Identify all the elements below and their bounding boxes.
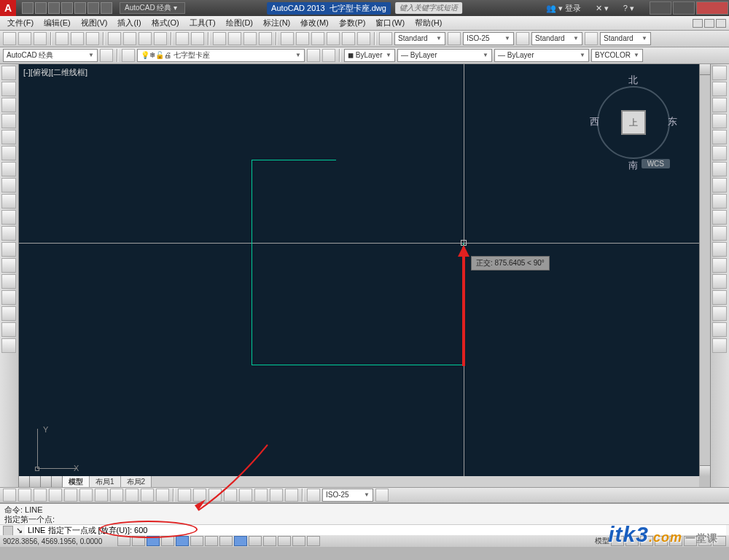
undo-icon[interactable] [176,32,189,45]
properties-icon[interactable] [281,32,294,45]
help-search-input[interactable]: 键入关键字或短语 [395,2,462,14]
color-combo[interactable]: ◼ ByLayer▼ [344,49,395,62]
linetype-combo[interactable]: — ByLayer▼ [494,49,589,62]
drawing-canvas[interactable]: [-][俯视][二维线框] 正交: 875.6405 < 90° 上 北 南 东… [19,64,710,487]
insert-block-icon[interactable] [1,226,16,241]
toolpalettes-icon[interactable] [311,32,324,45]
zoom-window-icon[interactable] [243,32,257,45]
copy-icon[interactable] [123,32,136,45]
table-tool-icon[interactable] [1,322,16,337]
ellipse-tool-icon[interactable] [1,194,16,209]
mdi-minimize-button[interactable] [693,19,703,28]
mtext-tool-icon[interactable] [1,338,16,353]
quickcalc-icon[interactable] [357,32,370,45]
break-tool-icon[interactable] [712,258,727,273]
viewport-label[interactable]: [-][俯视][二维线框] [23,67,87,78]
dim-continue-icon[interactable] [156,489,169,502]
publish-icon[interactable] [86,32,99,45]
qat-undo-icon[interactable] [87,2,99,14]
zoom-icon[interactable] [228,32,241,45]
zoom-previous-icon[interactable] [259,32,272,45]
workspace-select[interactable]: AutoCAD 经典 ▾ [120,2,185,14]
inspection-icon[interactable] [239,489,252,502]
qat-saveas-icon[interactable] [61,2,73,14]
ducs-toggle[interactable] [219,536,233,546]
cut-icon[interactable] [108,32,121,45]
dim-linear-icon[interactable] [3,489,16,502]
dim-quick-icon[interactable] [125,489,139,502]
qat-plot-icon[interactable] [74,2,86,14]
mirror-tool-icon[interactable] [712,98,727,112]
viewcube-north[interactable]: 北 [628,74,638,87]
dim-ordinate-icon[interactable] [49,489,62,502]
am-toggle[interactable] [307,536,320,546]
gradient-tool-icon[interactable] [1,290,16,305]
tab-next-icon[interactable] [41,476,52,487]
osnap-toggle[interactable] [176,536,189,546]
mdi-close-button[interactable] [716,19,726,28]
pan-icon[interactable] [213,32,226,45]
menu-draw[interactable]: 绘图(D) [222,16,257,30]
trim-tool-icon[interactable] [712,210,727,225]
menu-parametric[interactable]: 参数(P) [335,16,370,30]
plotstyle-combo[interactable]: BYCOLOR▼ [591,49,643,62]
tab-layout1[interactable]: 布局1 [90,476,121,487]
save-icon[interactable] [34,32,47,45]
dimstyle-icon[interactable] [448,32,461,45]
textstyle-combo[interactable]: Standard▼ [394,32,445,45]
menu-help[interactable]: 帮助(H) [410,16,446,30]
rectangle-tool-icon[interactable] [1,114,16,128]
qat-open-icon[interactable] [35,2,47,14]
menu-tools[interactable]: 工具(T) [185,16,220,30]
tab-first-icon[interactable] [19,476,30,487]
stretch-tool-icon[interactable] [712,194,727,209]
3dosnap-toggle[interactable] [190,536,203,546]
designcenter-icon[interactable] [296,32,309,45]
tab-model[interactable]: 模型 [63,476,90,487]
layer-manager-icon[interactable] [122,49,135,62]
viewcube-west[interactable]: 西 [590,115,599,128]
menu-view[interactable]: 视图(V) [77,16,112,30]
qp-toggle[interactable] [278,536,291,546]
extend-tool-icon[interactable] [712,226,727,241]
dim-arc-icon[interactable] [34,489,47,502]
join-tool-icon[interactable] [712,274,727,289]
app-logo-icon[interactable]: A [0,0,16,16]
menu-file[interactable]: 文件(F) [3,16,38,30]
tablestyle-combo[interactable]: Standard▼ [531,32,582,45]
dim-style-manager-icon[interactable] [375,489,389,502]
layer-previous-icon[interactable] [322,49,335,62]
snap-toggle[interactable] [117,536,130,546]
blend-tool-icon[interactable] [712,322,727,337]
menu-insert[interactable]: 插入(I) [113,16,145,30]
polygon-tool-icon[interactable] [1,98,16,112]
mdi-restore-button[interactable] [704,19,714,28]
dimstyle-combo[interactable]: ISO-25▼ [463,32,514,45]
hatch-tool-icon[interactable] [1,274,16,289]
qat-new-icon[interactable] [22,2,34,14]
layer-states-icon[interactable] [307,49,320,62]
scroll-up-icon[interactable] [700,64,710,75]
erase-tool-icon[interactable] [712,66,727,80]
redo-icon[interactable] [191,32,204,45]
spline-tool-icon[interactable] [1,178,16,192]
window-close-button[interactable] [696,1,728,15]
wcs-badge[interactable]: WCS [642,159,670,168]
tab-prev-icon[interactable] [30,476,41,487]
markup-icon[interactable] [342,32,355,45]
fillet-tool-icon[interactable] [712,306,727,321]
menu-window[interactable]: 窗口(W) [371,16,409,30]
otrack-toggle[interactable] [205,536,218,546]
copy-tool-icon[interactable] [712,82,727,96]
make-block-icon[interactable] [1,242,16,257]
coordinate-display[interactable]: 9028.3856, 4569.1956, 0.0000 [3,537,116,545]
break-point-icon[interactable] [712,242,727,257]
dyn-toggle[interactable] [234,536,247,546]
workspace-settings-icon[interactable] [100,49,113,62]
window-maximize-button[interactable] [673,1,695,15]
dim-edit-icon[interactable] [270,489,283,502]
sc-toggle[interactable] [292,536,305,546]
window-minimize-button[interactable] [650,1,671,15]
lineweight-combo[interactable]: — ByLayer▼ [397,49,492,62]
plot-icon[interactable] [55,32,69,45]
